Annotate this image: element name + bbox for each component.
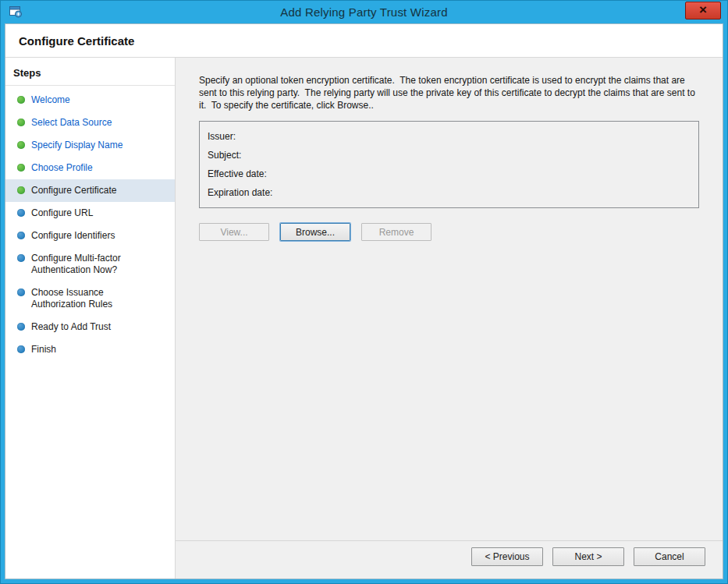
step-status-dot: [17, 141, 25, 149]
step-item-configure-multi-factor-authentication-now: Configure Multi-factor Authentication No…: [5, 247, 175, 281]
step-item-ready-to-add-trust: Ready to Add Trust: [5, 316, 175, 338]
steps-title: Steps: [5, 65, 175, 86]
step-status-dot: [17, 186, 25, 194]
cert-field-label: Issuer:: [208, 131, 236, 142]
cert-field-row: Effective date:: [208, 165, 691, 183]
step-description: Specify an optional token encryption cer…: [199, 74, 699, 111]
step-item-specify-display-name[interactable]: Specify Display Name: [5, 134, 175, 157]
step-status-dot: [17, 164, 25, 172]
window-body: Configure Certificate Steps Welcome Sele…: [5, 23, 723, 579]
step-item-choose-profile[interactable]: Choose Profile: [5, 157, 175, 179]
wizard-footer: < Previous Next > Cancel: [176, 540, 723, 579]
step-label: Select Data Source: [31, 117, 112, 129]
close-icon: ×: [699, 3, 707, 16]
previous-button[interactable]: < Previous: [471, 547, 543, 566]
browse-button[interactable]: Browse...: [280, 223, 350, 241]
main-content: Specify an optional token encryption cer…: [176, 58, 723, 540]
page-title: Configure Certificate: [19, 34, 134, 48]
step-label: Configure Identifiers: [31, 230, 115, 242]
cert-field-label: Subject:: [208, 150, 241, 161]
step-item-configure-url: Configure URL: [5, 202, 175, 225]
step-label: Specify Display Name: [31, 140, 123, 151]
certificate-actions: View... Browse... Remove: [199, 223, 699, 241]
step-status-dot: [17, 345, 25, 353]
cert-field-row: Expiration date:: [208, 183, 691, 202]
step-item-welcome[interactable]: Welcome: [5, 89, 175, 111]
step-label: Configure URL: [31, 207, 93, 219]
page-header: Configure Certificate: [5, 24, 723, 58]
step-item-choose-issuance-authorization-rules: Choose Issuance Authorization Rules: [5, 281, 175, 316]
step-status-dot: [17, 209, 25, 217]
step-label: Configure Multi-factor Authentication No…: [31, 253, 154, 276]
steps-list: Welcome Select Data Source Specify Displ…: [5, 89, 175, 361]
steps-sidebar: Steps Welcome Select Data Source Specify…: [5, 58, 176, 579]
step-item-finish: Finish: [5, 338, 175, 361]
view-button[interactable]: View...: [199, 223, 269, 241]
step-status-dot: [17, 323, 25, 331]
main-panel: Specify an optional token encryption cer…: [176, 58, 723, 579]
next-button[interactable]: Next >: [552, 547, 624, 566]
step-status-dot: [17, 254, 25, 262]
step-status-dot: [17, 288, 25, 296]
cert-field-label: Expiration date:: [208, 187, 272, 198]
remove-button[interactable]: Remove: [361, 223, 431, 241]
step-status-dot: [17, 232, 25, 239]
step-status-dot: [17, 96, 25, 104]
step-item-configure-identifiers: Configure Identifiers: [5, 225, 175, 247]
cancel-button[interactable]: Cancel: [634, 547, 705, 566]
step-label: Configure Certificate: [31, 185, 116, 196]
step-status-dot: [17, 119, 25, 126]
close-button[interactable]: ×: [685, 2, 721, 19]
window-title: Add Relying Party Trust Wizard: [280, 5, 447, 19]
wizard-window: Add Relying Party Trust Wizard × Configu…: [0, 0, 728, 584]
step-label: Choose Issuance Authorization Rules: [31, 287, 154, 310]
step-label: Finish: [31, 344, 56, 356]
wizard-app-icon: [9, 5, 23, 19]
step-item-select-data-source[interactable]: Select Data Source: [5, 111, 175, 134]
step-label: Choose Profile: [31, 162, 93, 174]
step-label: Welcome: [31, 94, 70, 106]
cert-field-row: Subject:: [208, 146, 691, 165]
step-label: Ready to Add Trust: [31, 321, 111, 333]
titlebar: Add Relying Party Trust Wizard ×: [5, 1, 723, 23]
cert-field-label: Effective date:: [208, 168, 267, 179]
certificate-fields: Issuer: Subject: Effective date: Expirat…: [208, 127, 691, 202]
cert-field-row: Issuer:: [208, 127, 691, 146]
certificate-details-box: Issuer: Subject: Effective date: Expirat…: [199, 121, 699, 208]
step-item-configure-certificate: Configure Certificate: [5, 179, 175, 202]
